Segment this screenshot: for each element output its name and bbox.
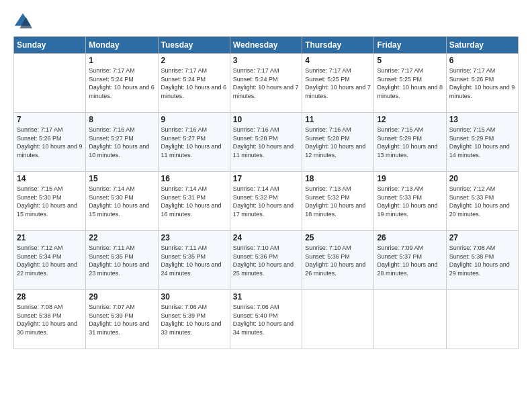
- cell-info: Sunrise: 7:11 AMSunset: 5:35 PMDaylight:…: [161, 244, 227, 277]
- calendar-cell: 15Sunrise: 7:14 AMSunset: 5:30 PMDayligh…: [86, 172, 158, 231]
- calendar-cell: 14Sunrise: 7:15 AMSunset: 5:30 PMDayligh…: [14, 172, 86, 231]
- calendar-cell: 11Sunrise: 7:16 AMSunset: 5:28 PMDayligh…: [302, 113, 374, 172]
- calendar-cell: 17Sunrise: 7:14 AMSunset: 5:32 PMDayligh…: [230, 172, 302, 231]
- cell-info: Sunrise: 7:16 AMSunset: 5:27 PMDaylight:…: [161, 126, 227, 159]
- day-number: 28: [17, 292, 83, 302]
- calendar-cell: 12Sunrise: 7:15 AMSunset: 5:29 PMDayligh…: [374, 113, 446, 172]
- cell-info: Sunrise: 7:15 AMSunset: 5:29 PMDaylight:…: [449, 126, 515, 159]
- calendar-cell: 13Sunrise: 7:15 AMSunset: 5:29 PMDayligh…: [446, 113, 518, 172]
- day-number: 2: [161, 56, 227, 65]
- calendar-cell: [446, 290, 518, 349]
- header-cell: Tuesday: [158, 37, 230, 54]
- cell-info: Sunrise: 7:15 AMSunset: 5:30 PMDaylight:…: [17, 185, 83, 218]
- cell-info: Sunrise: 7:06 AMSunset: 5:40 PMDaylight:…: [233, 303, 299, 336]
- day-number: 7: [17, 115, 83, 124]
- day-number: 26: [377, 233, 443, 242]
- cell-info: Sunrise: 7:10 AMSunset: 5:36 PMDaylight:…: [233, 244, 299, 277]
- calendar-cell: 7Sunrise: 7:17 AMSunset: 5:26 PMDaylight…: [14, 113, 86, 172]
- day-number: 13: [449, 115, 515, 124]
- cell-info: Sunrise: 7:14 AMSunset: 5:31 PMDaylight:…: [161, 185, 227, 218]
- cell-info: Sunrise: 7:17 AMSunset: 5:25 PMDaylight:…: [305, 66, 371, 100]
- day-number: 24: [233, 233, 299, 242]
- cell-info: Sunrise: 7:11 AMSunset: 5:35 PMDaylight:…: [89, 244, 154, 277]
- day-number: 18: [305, 174, 371, 183]
- header: [13, 12, 519, 31]
- day-number: 9: [161, 115, 227, 124]
- calendar-cell: 1Sunrise: 7:17 AMSunset: 5:24 PMDaylight…: [86, 54, 158, 113]
- day-number: 3: [233, 56, 299, 65]
- calendar-week-row: 7Sunrise: 7:17 AMSunset: 5:26 PMDaylight…: [14, 113, 519, 172]
- cell-info: Sunrise: 7:17 AMSunset: 5:24 PMDaylight:…: [233, 66, 299, 100]
- page: SundayMondayTuesdayWednesdayThursdayFrid…: [0, 0, 532, 411]
- cell-info: Sunrise: 7:13 AMSunset: 5:33 PMDaylight:…: [377, 185, 443, 218]
- day-number: 25: [305, 233, 371, 242]
- day-number: 11: [305, 115, 371, 124]
- calendar-cell: [302, 290, 374, 349]
- cell-info: Sunrise: 7:10 AMSunset: 5:36 PMDaylight:…: [305, 244, 371, 277]
- calendar-cell: 31Sunrise: 7:06 AMSunset: 5:40 PMDayligh…: [230, 290, 302, 349]
- logo-icon: [13, 12, 32, 31]
- cell-info: Sunrise: 7:06 AMSunset: 5:39 PMDaylight:…: [161, 303, 227, 336]
- day-number: 8: [89, 115, 154, 124]
- day-number: 10: [233, 115, 299, 124]
- calendar-cell: 5Sunrise: 7:17 AMSunset: 5:25 PMDaylight…: [374, 54, 446, 113]
- day-number: 1: [89, 56, 154, 65]
- day-number: 22: [89, 233, 154, 242]
- day-number: 15: [89, 174, 154, 183]
- calendar-cell: 16Sunrise: 7:14 AMSunset: 5:31 PMDayligh…: [158, 172, 230, 231]
- day-number: 20: [449, 174, 515, 183]
- calendar-cell: 24Sunrise: 7:10 AMSunset: 5:36 PMDayligh…: [230, 231, 302, 290]
- day-number: 30: [161, 292, 227, 302]
- day-number: 4: [305, 56, 371, 65]
- calendar-cell: 3Sunrise: 7:17 AMSunset: 5:24 PMDaylight…: [230, 54, 302, 113]
- cell-info: Sunrise: 7:16 AMSunset: 5:28 PMDaylight:…: [305, 126, 371, 159]
- header-row: SundayMondayTuesdayWednesdayThursdayFrid…: [14, 37, 519, 54]
- calendar-cell: [14, 54, 86, 113]
- cell-info: Sunrise: 7:16 AMSunset: 5:27 PMDaylight:…: [89, 126, 154, 159]
- day-number: 14: [17, 174, 83, 183]
- calendar-cell: 19Sunrise: 7:13 AMSunset: 5:33 PMDayligh…: [374, 172, 446, 231]
- cell-info: Sunrise: 7:12 AMSunset: 5:34 PMDaylight:…: [17, 244, 83, 277]
- calendar-cell: 18Sunrise: 7:13 AMSunset: 5:32 PMDayligh…: [302, 172, 374, 231]
- day-number: 12: [377, 115, 443, 124]
- cell-info: Sunrise: 7:17 AMSunset: 5:25 PMDaylight:…: [377, 66, 443, 100]
- cell-info: Sunrise: 7:14 AMSunset: 5:30 PMDaylight:…: [89, 185, 154, 218]
- calendar-cell: 23Sunrise: 7:11 AMSunset: 5:35 PMDayligh…: [158, 231, 230, 290]
- calendar-week-row: 21Sunrise: 7:12 AMSunset: 5:34 PMDayligh…: [14, 231, 519, 290]
- calendar-cell: 26Sunrise: 7:09 AMSunset: 5:37 PMDayligh…: [374, 231, 446, 290]
- header-cell: Wednesday: [230, 37, 302, 54]
- header-cell: Sunday: [14, 37, 86, 54]
- cell-info: Sunrise: 7:17 AMSunset: 5:24 PMDaylight:…: [161, 66, 227, 100]
- day-number: 27: [449, 233, 515, 242]
- calendar-cell: 4Sunrise: 7:17 AMSunset: 5:25 PMDaylight…: [302, 54, 374, 113]
- calendar-cell: 10Sunrise: 7:16 AMSunset: 5:28 PMDayligh…: [230, 113, 302, 172]
- calendar-cell: 20Sunrise: 7:12 AMSunset: 5:33 PMDayligh…: [446, 172, 518, 231]
- cell-info: Sunrise: 7:17 AMSunset: 5:26 PMDaylight:…: [449, 66, 515, 100]
- cell-info: Sunrise: 7:07 AMSunset: 5:39 PMDaylight:…: [89, 303, 154, 336]
- cell-info: Sunrise: 7:17 AMSunset: 5:26 PMDaylight:…: [17, 126, 83, 159]
- calendar-cell: 8Sunrise: 7:16 AMSunset: 5:27 PMDaylight…: [86, 113, 158, 172]
- logo: [13, 12, 35, 31]
- cell-info: Sunrise: 7:15 AMSunset: 5:29 PMDaylight:…: [377, 126, 443, 159]
- calendar-cell: 28Sunrise: 7:08 AMSunset: 5:38 PMDayligh…: [14, 290, 86, 349]
- calendar-cell: 6Sunrise: 7:17 AMSunset: 5:26 PMDaylight…: [446, 54, 518, 113]
- cell-info: Sunrise: 7:12 AMSunset: 5:33 PMDaylight:…: [449, 185, 515, 218]
- cell-info: Sunrise: 7:08 AMSunset: 5:38 PMDaylight:…: [17, 303, 83, 336]
- header-cell: Monday: [86, 37, 158, 54]
- cell-info: Sunrise: 7:09 AMSunset: 5:37 PMDaylight:…: [377, 244, 443, 277]
- calendar-cell: 25Sunrise: 7:10 AMSunset: 5:36 PMDayligh…: [302, 231, 374, 290]
- calendar-week-row: 1Sunrise: 7:17 AMSunset: 5:24 PMDaylight…: [14, 54, 519, 113]
- cell-info: Sunrise: 7:13 AMSunset: 5:32 PMDaylight:…: [305, 185, 371, 218]
- calendar-week-row: 28Sunrise: 7:08 AMSunset: 5:38 PMDayligh…: [14, 290, 519, 349]
- day-number: 16: [161, 174, 227, 183]
- cell-info: Sunrise: 7:17 AMSunset: 5:24 PMDaylight:…: [89, 66, 154, 100]
- calendar-cell: 29Sunrise: 7:07 AMSunset: 5:39 PMDayligh…: [86, 290, 158, 349]
- calendar-cell: 9Sunrise: 7:16 AMSunset: 5:27 PMDaylight…: [158, 113, 230, 172]
- day-number: 21: [17, 233, 83, 242]
- calendar-cell: 27Sunrise: 7:08 AMSunset: 5:38 PMDayligh…: [446, 231, 518, 290]
- calendar-week-row: 14Sunrise: 7:15 AMSunset: 5:30 PMDayligh…: [14, 172, 519, 231]
- day-number: 29: [89, 292, 154, 302]
- day-number: 17: [233, 174, 299, 183]
- day-number: 31: [233, 292, 299, 302]
- day-number: 19: [377, 174, 443, 183]
